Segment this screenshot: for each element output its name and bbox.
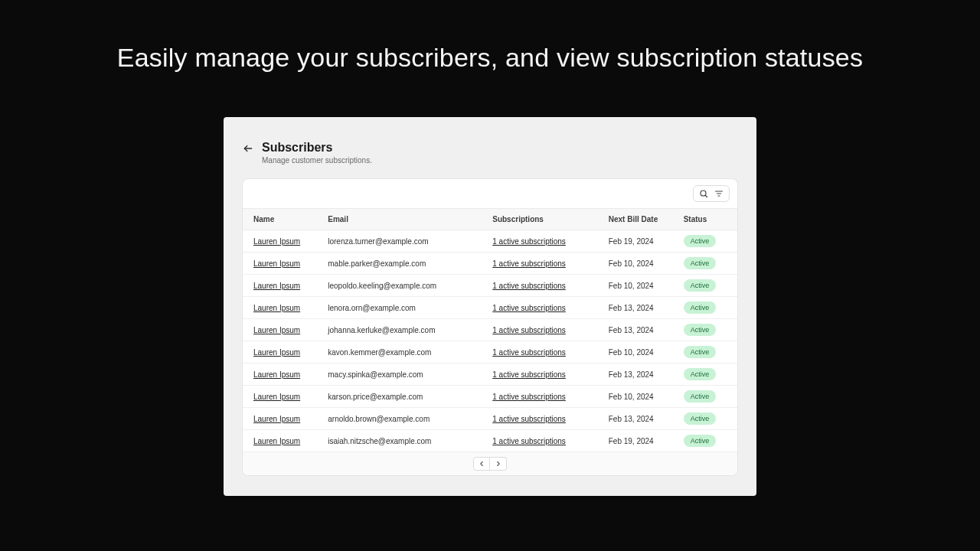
next-bill-date: Feb 10, 2024 [603, 341, 678, 364]
subscriptions-link[interactable]: 1 active subscriptions [492, 393, 566, 401]
subscriber-email: leopoldo.keeling@example.com [322, 275, 486, 297]
subscriber-name-link[interactable]: Lauren Ipsum [253, 393, 300, 401]
next-bill-date: Feb 10, 2024 [603, 253, 678, 275]
col-header-email[interactable]: Email [322, 209, 486, 230]
subscriptions-link[interactable]: 1 active subscriptions [492, 370, 566, 379]
status-badge: Active [684, 302, 717, 314]
subscriber-email: mable.parker@example.com [322, 253, 486, 275]
next-bill-date: Feb 19, 2024 [603, 230, 678, 253]
status-badge: Active [684, 324, 717, 336]
chevron-right-icon [495, 460, 502, 468]
table-row: Lauren Ipsummacy.spinka@example.com1 act… [243, 364, 737, 386]
next-bill-date: Feb 13, 2024 [603, 408, 678, 430]
arrow-left-icon [243, 143, 253, 154]
filter-icon [714, 189, 724, 198]
page-header: Subscribers Manage customer subscription… [242, 140, 738, 165]
status-badge: Active [684, 390, 717, 403]
col-header-name[interactable]: Name [243, 209, 322, 230]
app-window: Subscribers Manage customer subscription… [224, 117, 756, 496]
card-toolbar [243, 179, 737, 208]
page-title: Subscribers [262, 140, 372, 155]
subscriber-email: johanna.kerluke@example.com [322, 319, 486, 341]
prev-page-button[interactable] [473, 457, 490, 471]
status-badge: Active [684, 368, 717, 380]
next-bill-date: Feb 10, 2024 [603, 275, 678, 297]
subscriber-name-link[interactable]: Lauren Ipsum [253, 237, 300, 246]
table-row: Lauren Ipsumleopoldo.keeling@example.com… [243, 275, 737, 297]
subscriber-email: kavon.kemmer@example.com [322, 341, 486, 364]
subscriber-name-link[interactable]: Lauren Ipsum [253, 304, 300, 312]
table-row: Lauren Ipsummable.parker@example.com1 ac… [243, 253, 737, 275]
table-row: Lauren Ipsumarnoldo.brown@example.com1 a… [243, 408, 737, 430]
subscriber-email: lorenza.turner@example.com [322, 230, 486, 253]
subscriptions-link[interactable]: 1 active subscriptions [492, 437, 566, 445]
next-bill-date: Feb 19, 2024 [603, 430, 678, 452]
next-bill-date: Feb 10, 2024 [603, 386, 678, 408]
next-bill-date: Feb 13, 2024 [603, 319, 678, 341]
subscriptions-link[interactable]: 1 active subscriptions [492, 304, 566, 312]
filter-button[interactable] [714, 188, 724, 199]
back-button[interactable] [242, 142, 254, 155]
hero-heading: Easily manage your subscribers, and view… [0, 0, 980, 73]
table-row: Lauren Ipsumkarson.price@example.com1 ac… [243, 386, 737, 408]
toolbar-pill [693, 185, 730, 202]
search-icon [699, 189, 708, 198]
status-badge: Active [684, 257, 717, 269]
subscriber-email: arnoldo.brown@example.com [322, 408, 486, 430]
next-page-button[interactable] [490, 457, 507, 471]
pagination [243, 452, 737, 475]
subscriber-name-link[interactable]: Lauren Ipsum [253, 259, 300, 268]
subscriber-name-link[interactable]: Lauren Ipsum [253, 282, 300, 290]
subscriber-email: macy.spinka@example.com [322, 364, 486, 386]
next-bill-date: Feb 13, 2024 [603, 297, 678, 319]
col-header-next[interactable]: Next Bill Date [603, 209, 678, 230]
subscriptions-link[interactable]: 1 active subscriptions [492, 282, 566, 290]
subscriber-name-link[interactable]: Lauren Ipsum [253, 437, 300, 445]
subscriber-name-link[interactable]: Lauren Ipsum [253, 370, 300, 379]
subscriptions-link[interactable]: 1 active subscriptions [492, 348, 566, 357]
table-row: Lauren Ipsumlorenza.turner@example.com1 … [243, 230, 737, 253]
subscriptions-link[interactable]: 1 active subscriptions [492, 259, 566, 268]
subscriber-email: karson.price@example.com [322, 386, 486, 408]
subscriptions-link[interactable]: 1 active subscriptions [492, 237, 566, 246]
subscriptions-link[interactable]: 1 active subscriptions [492, 415, 566, 423]
svg-line-2 [705, 195, 707, 197]
chevron-left-icon [478, 460, 485, 468]
subscriptions-link[interactable]: 1 active subscriptions [492, 326, 566, 334]
subscriber-name-link[interactable]: Lauren Ipsum [253, 415, 300, 423]
col-header-subs[interactable]: Subscriptions [486, 209, 603, 230]
status-badge: Active [684, 435, 717, 447]
status-badge: Active [684, 235, 717, 247]
subscriber-name-link[interactable]: Lauren Ipsum [253, 326, 300, 334]
status-badge: Active [684, 412, 717, 425]
subscribers-table: Name Email Subscriptions Next Bill Date … [243, 208, 737, 452]
page-subtitle: Manage customer subscriptions. [262, 156, 372, 165]
table-row: Lauren Ipsumisaiah.nitzsche@example.com1… [243, 430, 737, 452]
table-row: Lauren Ipsumjohanna.kerluke@example.com1… [243, 319, 737, 341]
status-badge: Active [684, 346, 717, 358]
status-badge: Active [684, 279, 717, 292]
subscriber-email: isaiah.nitzsche@example.com [322, 430, 486, 452]
next-bill-date: Feb 13, 2024 [603, 364, 678, 386]
subscriber-name-link[interactable]: Lauren Ipsum [253, 348, 300, 357]
col-header-status[interactable]: Status [678, 209, 737, 230]
table-row: Lauren Ipsumlenora.orn@example.com1 acti… [243, 297, 737, 319]
subscribers-card: Name Email Subscriptions Next Bill Date … [242, 178, 738, 476]
search-button[interactable] [698, 188, 709, 199]
subscriber-email: lenora.orn@example.com [322, 297, 486, 319]
table-row: Lauren Ipsumkavon.kemmer@example.com1 ac… [243, 341, 737, 364]
